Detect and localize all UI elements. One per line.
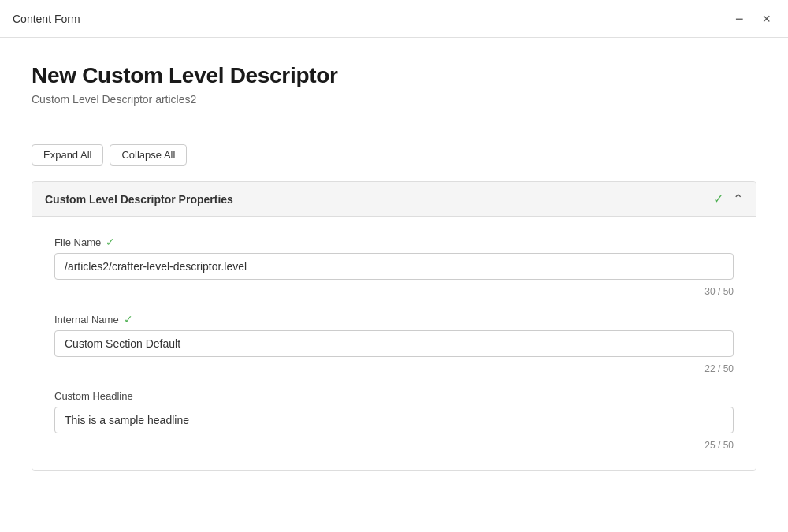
form-subheading: Custom Level Descriptor articles2 xyxy=(32,93,756,106)
section-chevron-icon[interactable]: ⌃ xyxy=(733,192,743,206)
section-body: File Name ✓ 30 / 50 Internal Name ✓ 22 /… xyxy=(32,217,756,470)
internal-name-label-text: Internal Name xyxy=(54,314,119,326)
section-panel: Custom Level Descriptor Properties ✓ ⌃ F… xyxy=(32,181,756,471)
internal-name-input[interactable] xyxy=(54,330,734,357)
file-name-label-text: File Name xyxy=(54,236,101,248)
section-check-icon: ✓ xyxy=(713,192,723,206)
custom-headline-char-count: 25 / 50 xyxy=(54,440,734,451)
file-name-input[interactable] xyxy=(54,253,734,280)
form-heading: New Custom Level Descriptor xyxy=(32,63,756,88)
divider xyxy=(32,128,756,128)
custom-headline-field-group: Custom Headline 25 / 50 xyxy=(54,390,734,451)
custom-headline-input[interactable] xyxy=(54,407,734,433)
section-header: Custom Level Descriptor Properties ✓ ⌃ xyxy=(32,182,756,217)
toolbar: Expand All Collapse All xyxy=(32,144,756,166)
internal-name-char-count: 22 / 50 xyxy=(54,363,734,374)
section-header-controls: ✓ ⌃ xyxy=(713,192,743,206)
internal-name-field-group: Internal Name ✓ 22 / 50 xyxy=(54,313,734,374)
expand-all-button[interactable]: Expand All xyxy=(32,144,103,166)
section-title: Custom Level Descriptor Properties xyxy=(45,193,233,206)
custom-headline-label: Custom Headline xyxy=(54,390,734,402)
file-name-label: File Name ✓ xyxy=(54,236,734,248)
file-name-check-icon: ✓ xyxy=(106,236,115,248)
content-area: New Custom Level Descriptor Custom Level… xyxy=(0,38,788,486)
file-name-field-group: File Name ✓ 30 / 50 xyxy=(54,236,734,297)
file-name-char-count: 30 / 50 xyxy=(54,286,734,297)
title-bar: Content Form − × xyxy=(0,0,788,38)
window-controls: − × xyxy=(730,9,775,29)
internal-name-check-icon: ✓ xyxy=(124,313,133,326)
minimize-button[interactable]: − xyxy=(730,9,749,29)
custom-headline-label-text: Custom Headline xyxy=(54,390,133,402)
window-title: Content Form xyxy=(13,13,80,25)
internal-name-label: Internal Name ✓ xyxy=(54,313,734,326)
collapse-all-button[interactable]: Collapse All xyxy=(110,144,187,166)
close-button[interactable]: × xyxy=(757,9,775,29)
